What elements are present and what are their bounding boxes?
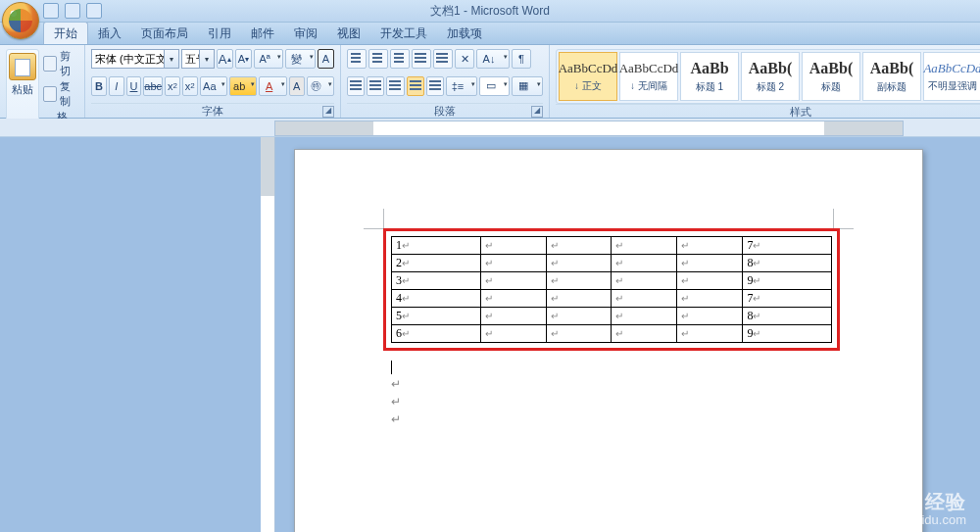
table-cell[interactable]: ↵ [612, 325, 677, 343]
table-row[interactable]: 3↵↵↵↵↵9↵ [392, 272, 832, 290]
table-cell[interactable]: 9↵ [743, 272, 832, 290]
table-cell[interactable]: ↵ [480, 255, 546, 272]
table-cell[interactable]: ↵ [677, 290, 743, 308]
italic-button[interactable]: I [109, 76, 124, 96]
table-cell[interactable]: ↵ [480, 290, 546, 308]
table-row[interactable]: 5↵↵↵↵↵8↵ [392, 308, 832, 325]
line-spacing-button[interactable]: ‡≡ [446, 76, 477, 96]
table-cell[interactable]: ↵ [480, 237, 546, 255]
table-cell[interactable]: ↵ [677, 308, 743, 325]
table-cell[interactable]: ↵ [480, 308, 546, 325]
phonetic-guide-button[interactable]: 變 [285, 49, 315, 69]
document-page[interactable]: 1↵↵↵↵↵7↵2↵↵↵↵↵8↵3↵↵↵↵↵9↵4↵↵↵↵↵7↵5↵↵↵↵↵8↵… [294, 149, 923, 532]
change-case-button[interactable]: Aa [200, 76, 227, 96]
table-cell[interactable]: 4↵ [392, 290, 481, 308]
chevron-down-icon[interactable]: ▾ [164, 50, 178, 68]
tab-developer[interactable]: 开发工具 [370, 23, 437, 44]
tab-review[interactable]: 审阅 [284, 23, 327, 44]
font-name-combo[interactable]: 宋体 (中文正文)▾ [91, 49, 179, 69]
table-cell[interactable]: ↵ [612, 290, 677, 308]
table-cell[interactable]: ↵ [677, 272, 743, 290]
character-border-button[interactable]: A [318, 49, 334, 69]
bold-button[interactable]: B [91, 76, 107, 96]
table-cell[interactable]: 8↵ [743, 255, 832, 272]
table-cell[interactable]: 2↵ [392, 255, 481, 272]
table-cell[interactable]: 9↵ [743, 325, 832, 343]
table-cell[interactable]: ↵ [612, 308, 677, 325]
highlight-button[interactable]: ab [229, 76, 257, 96]
font-dialog-launcher[interactable]: ◢ [322, 106, 334, 118]
table-cell[interactable]: ↵ [677, 325, 743, 343]
subscript-button[interactable]: x2 [165, 76, 180, 96]
multilevel-list-button[interactable] [390, 49, 410, 69]
tab-references[interactable]: 引用 [198, 23, 241, 44]
table-cell[interactable]: ↵ [546, 237, 612, 255]
qat-redo-icon[interactable] [86, 3, 102, 19]
table-cell[interactable]: ↵ [546, 272, 612, 290]
decrease-indent-button[interactable] [412, 49, 431, 69]
horizontal-ruler[interactable] [274, 121, 904, 136]
table-cell[interactable]: 7↵ [743, 237, 832, 255]
copy-button[interactable]: 复制 [43, 79, 78, 109]
tab-view[interactable]: 视图 [327, 23, 370, 44]
table-cell[interactable]: ↵ [546, 290, 612, 308]
table-cell[interactable]: 5↵ [392, 308, 481, 325]
paragraph-dialog-launcher[interactable]: ◢ [531, 106, 543, 118]
strikethrough-button[interactable]: abc [143, 76, 163, 96]
style-tile-5[interactable]: AaBb(副标题 [862, 52, 921, 101]
table-cell[interactable]: ↵ [677, 237, 743, 255]
font-color-button[interactable]: A [259, 76, 286, 96]
distributed-button[interactable] [426, 76, 444, 96]
table-row[interactable]: 2↵↵↵↵↵8↵ [392, 255, 832, 272]
table-row[interactable]: 4↵↵↵↵↵7↵ [392, 290, 832, 308]
table-cell[interactable]: ↵ [546, 325, 612, 343]
grow-font-button[interactable]: A▴ [217, 49, 233, 69]
shading-button[interactable]: ▭ [479, 76, 511, 96]
cut-button[interactable]: 剪切 [43, 49, 78, 78]
justify-button[interactable] [407, 76, 424, 96]
tab-layout[interactable]: 页面布局 [131, 23, 198, 44]
table-cell[interactable]: 3↵ [392, 272, 481, 290]
qat-save-icon[interactable] [43, 3, 59, 19]
style-tile-3[interactable]: AaBb(标题 2 [741, 52, 800, 101]
table-cell[interactable]: 8↵ [743, 308, 832, 325]
style-tile-1[interactable]: AaBbCcDd↓ 无间隔 [619, 52, 678, 101]
table-cell[interactable]: ↵ [480, 325, 546, 343]
vertical-ruler[interactable] [261, 137, 275, 532]
chevron-down-icon[interactable]: ▾ [199, 50, 214, 68]
underline-button[interactable]: U [126, 76, 142, 96]
style-tile-0[interactable]: AaBbCcDd↓ 正文 [559, 52, 617, 101]
qat-undo-icon[interactable] [65, 3, 80, 19]
show-marks-button[interactable]: ¶ [512, 49, 531, 69]
styles-gallery[interactable]: AaBbCcDd↓ 正文AaBbCcDd↓ 无间隔AaBb标题 1AaBb(标题… [556, 49, 980, 104]
table-cell[interactable]: ↵ [480, 272, 546, 290]
shrink-font-button[interactable]: A▾ [235, 49, 252, 69]
table-cell[interactable]: ↵ [612, 272, 677, 290]
style-tile-6[interactable]: AaBbCcDd不明显强调 [923, 52, 980, 101]
table-cell[interactable]: ↵ [612, 255, 677, 272]
office-button[interactable] [2, 2, 39, 39]
table-cell[interactable]: ↵ [677, 255, 743, 272]
table-row[interactable]: 1↵↵↵↵↵7↵ [392, 237, 832, 255]
table-cell[interactable]: ↵ [546, 308, 612, 325]
align-center-button[interactable] [367, 76, 384, 96]
style-tile-2[interactable]: AaBb标题 1 [680, 52, 739, 101]
clear-formatting-button[interactable]: Aª [254, 49, 283, 69]
table-cell[interactable]: 1↵ [392, 237, 481, 255]
table-cell[interactable]: ↵ [612, 237, 677, 255]
borders-button[interactable]: ▦ [512, 76, 543, 96]
bullets-button[interactable] [347, 49, 367, 69]
tab-addins[interactable]: 加载项 [437, 23, 492, 44]
table-cell[interactable]: 6↵ [392, 325, 481, 343]
character-shading-button[interactable]: A [289, 76, 305, 96]
font-size-combo[interactable]: 五号▾ [181, 49, 215, 69]
tab-insert[interactable]: 插入 [88, 23, 131, 44]
table-cell[interactable]: 7↵ [743, 290, 832, 308]
tab-home[interactable]: 开始 [43, 22, 88, 44]
table-cell[interactable]: ↵ [546, 255, 612, 272]
align-left-button[interactable] [347, 76, 365, 96]
table-row[interactable]: 6↵↵↵↵↵9↵ [392, 325, 832, 343]
style-tile-4[interactable]: AaBb(标题 [802, 52, 860, 101]
superscript-button[interactable]: x2 [182, 76, 198, 96]
document-table[interactable]: 1↵↵↵↵↵7↵2↵↵↵↵↵8↵3↵↵↵↵↵9↵4↵↵↵↵↵7↵5↵↵↵↵↵8↵… [391, 236, 832, 343]
